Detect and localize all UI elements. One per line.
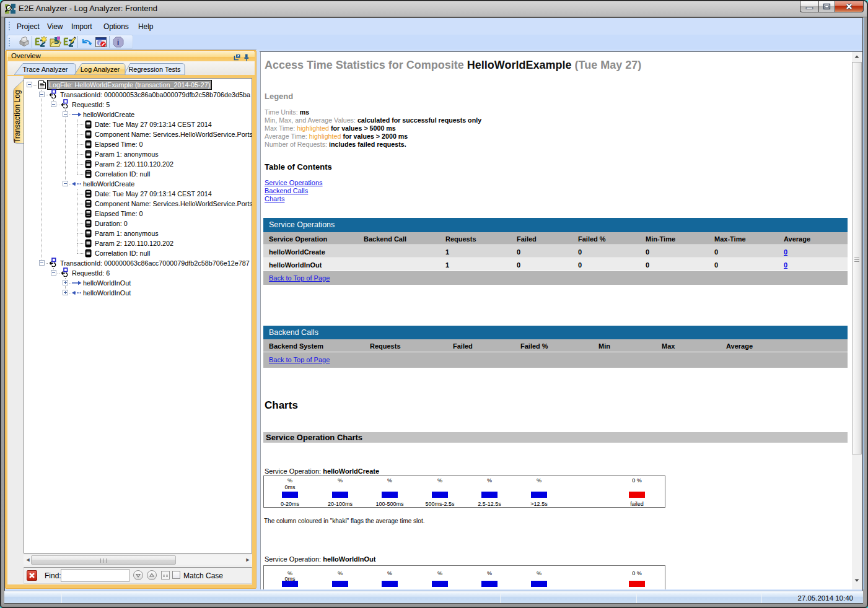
svg-text:i: i (117, 38, 120, 47)
